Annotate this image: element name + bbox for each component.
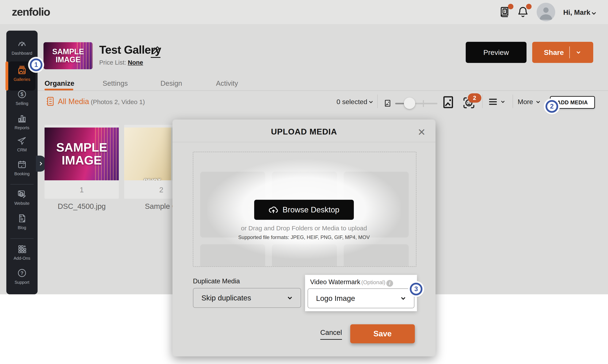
browse-desktop-button[interactable]: Browse Desktop bbox=[254, 200, 354, 220]
tabstrip-border bbox=[38, 90, 608, 91]
sidebar-item-booking[interactable]: Booking bbox=[6, 160, 38, 176]
modal-title: UPLOAD MEDIA bbox=[172, 127, 436, 136]
preview-button[interactable]: Preview bbox=[466, 42, 527, 63]
avatar[interactable] bbox=[537, 3, 555, 21]
share-button-divider bbox=[569, 46, 570, 58]
callout-step-1: 1 bbox=[30, 58, 42, 71]
close-icon[interactable]: ✕ bbox=[416, 126, 427, 138]
tab-settings[interactable]: Settings bbox=[103, 79, 128, 87]
price-list-label: Price List: bbox=[99, 59, 126, 66]
thumbnail-size-slider-knob[interactable] bbox=[404, 98, 415, 109]
crm-paper-plane-icon bbox=[17, 136, 27, 145]
addons-grid-icon bbox=[17, 244, 27, 254]
media-filename: DSC_4500.jpg bbox=[45, 202, 119, 210]
sidebar-item-label: Dashboard bbox=[6, 51, 38, 56]
chevron-down-icon bbox=[400, 295, 407, 302]
greeting-user-menu[interactable]: Hi, Mark bbox=[563, 8, 590, 16]
drag-drop-hint: or Drag and Drop Folders or Media to upl… bbox=[172, 225, 436, 232]
cancel-button[interactable]: Cancel bbox=[320, 328, 342, 340]
sidebar-item-addons[interactable]: Add-Ons bbox=[6, 244, 38, 261]
sidebar-item-label: Add-Ons bbox=[6, 256, 38, 261]
sidebar-item-website[interactable]: Website bbox=[6, 189, 38, 206]
media-thumbnail[interactable]: SAMPLEIMAGE bbox=[45, 128, 119, 180]
thumbnail-size-large-icon bbox=[442, 95, 454, 109]
callout-step-2: 2 bbox=[545, 100, 558, 113]
video-watermark-value: Logo Image bbox=[316, 294, 355, 303]
reports-chart-icon bbox=[17, 114, 27, 123]
top-header: zenfolio i Hi, Mark bbox=[0, 0, 608, 24]
selected-count-dropdown[interactable]: 0 selected bbox=[336, 98, 367, 106]
media-card[interactable]: SAMPLEIMAGE 1 bbox=[45, 125, 119, 199]
supported-formats: Supported file formats: JPEG, HEIF, PNG,… bbox=[172, 234, 436, 240]
booking-calendar-icon bbox=[17, 160, 27, 169]
media-index: 1 bbox=[45, 186, 119, 194]
info-icon[interactable]: i bbox=[386, 280, 393, 287]
sort-order-icon[interactable] bbox=[488, 98, 498, 106]
toolbar-divider bbox=[513, 95, 513, 108]
blog-icon: B bbox=[17, 213, 27, 223]
all-media-list-icon[interactable] bbox=[46, 96, 55, 106]
sidebar-divider bbox=[10, 238, 34, 239]
sidebar-item-blog[interactable]: B Blog bbox=[6, 213, 38, 230]
avatar-person-icon bbox=[537, 3, 555, 21]
cloud-upload-icon bbox=[269, 205, 278, 215]
chevron-down-icon[interactable] bbox=[500, 99, 506, 105]
share-button[interactable]: Share bbox=[532, 42, 593, 63]
sidebar-item-selling[interactable]: $ Selling bbox=[6, 89, 38, 106]
toolbar-divider bbox=[377, 95, 378, 108]
chevron-down-icon bbox=[286, 294, 293, 301]
duplicate-media-select[interactable]: Skip duplicates bbox=[193, 288, 301, 308]
zenfolio-logo[interactable]: zenfolio bbox=[12, 5, 50, 18]
dashboard-gauge-icon bbox=[17, 39, 27, 49]
selling-dollar-icon: $ bbox=[17, 89, 27, 99]
sidebar-item-label: Blog bbox=[6, 225, 38, 230]
more-menu[interactable]: More bbox=[518, 98, 533, 106]
sidebar-item-label: Selling bbox=[6, 101, 38, 106]
tab-design[interactable]: Design bbox=[160, 79, 182, 87]
media-filter-count: (Photos 2, Video 1) bbox=[91, 98, 145, 105]
sidebar-item-label: Galleries bbox=[6, 77, 38, 82]
chevron-down-icon[interactable] bbox=[590, 10, 597, 17]
video-watermark-optional: (Optional) bbox=[361, 279, 385, 286]
video-watermark-label: Video Watermark bbox=[310, 278, 360, 286]
active-tab-underline bbox=[45, 89, 73, 90]
svg-text:?: ? bbox=[20, 271, 24, 276]
sidebar-item-reports[interactable]: Reports bbox=[6, 114, 38, 130]
sidebar-item-crm[interactable]: CRM bbox=[6, 136, 38, 152]
face-tagging-count-badge: 2 bbox=[468, 93, 481, 103]
save-button[interactable]: Save bbox=[350, 324, 415, 343]
sidebar-item-label: Reports bbox=[6, 125, 38, 130]
sidebar-item-label: Booking bbox=[6, 171, 38, 176]
website-icon bbox=[17, 189, 27, 199]
sidebar-item-dashboard[interactable]: Dashboard bbox=[6, 39, 38, 56]
chevron-right-icon bbox=[38, 161, 43, 166]
edit-title-pencil-icon[interactable] bbox=[151, 45, 160, 58]
duplicate-media-label: Duplicate Media bbox=[193, 277, 240, 285]
tab-activity[interactable]: Activity bbox=[216, 79, 238, 87]
sample-image-watermark: SAMPLEIMAGE bbox=[43, 42, 93, 69]
media-filter-label[interactable]: All Media bbox=[58, 97, 89, 106]
sidebar-item-label: Website bbox=[6, 201, 38, 206]
duplicate-media-value: Skip duplicates bbox=[201, 294, 251, 302]
tab-organize[interactable]: Organize bbox=[45, 79, 74, 87]
svg-text:i: i bbox=[504, 9, 505, 13]
support-question-icon: ? bbox=[17, 268, 27, 278]
chevron-down-icon[interactable] bbox=[575, 49, 582, 55]
modal-header-divider bbox=[172, 142, 436, 142]
media-image-caption: PIVOT... bbox=[143, 178, 165, 180]
bell-notification-dot bbox=[526, 4, 531, 9]
chevron-down-icon[interactable] bbox=[535, 99, 541, 105]
chevron-down-icon[interactable] bbox=[368, 99, 374, 105]
sample-image-watermark: SAMPLEIMAGE bbox=[45, 128, 119, 180]
callout-step-3: 3 bbox=[410, 283, 422, 295]
sidebar-item-support[interactable]: ? Support bbox=[6, 268, 38, 285]
svg-text:$: $ bbox=[20, 91, 24, 97]
video-watermark-select[interactable]: Logo Image bbox=[308, 288, 414, 308]
thumbnail-size-slider-tick bbox=[423, 100, 424, 107]
gallery-cover-thumbnail[interactable]: SAMPLEIMAGE bbox=[43, 42, 93, 69]
whats-new-notification-dot bbox=[508, 4, 513, 9]
sidebar-expand-button[interactable] bbox=[36, 156, 46, 172]
galleries-icon bbox=[17, 65, 27, 75]
price-list-link[interactable]: None bbox=[128, 59, 143, 66]
toolbar-divider bbox=[482, 95, 483, 108]
